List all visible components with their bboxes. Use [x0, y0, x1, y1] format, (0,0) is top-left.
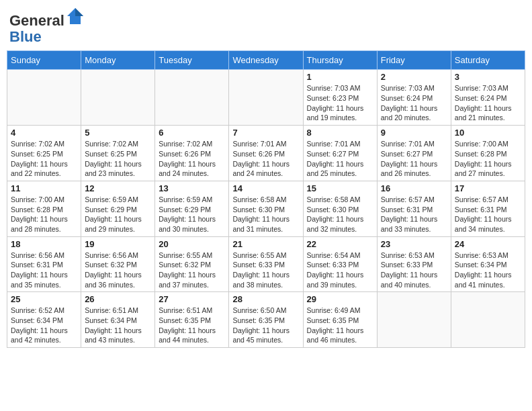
table-row: 20Sunrise: 6:55 AMSunset: 6:32 PMDayligh…: [155, 236, 229, 292]
table-row: [229, 70, 303, 126]
logo-general: General: [9, 12, 64, 29]
table-row: [7, 70, 81, 126]
day-info: Sunrise: 7:02 AMSunset: 6:25 PMDaylight:…: [85, 139, 151, 179]
table-row: 21Sunrise: 6:55 AMSunset: 6:33 PMDayligh…: [229, 236, 303, 292]
dow-friday: Friday: [377, 51, 451, 70]
day-number: 24: [455, 239, 521, 249]
day-number: 22: [307, 239, 373, 249]
table-row: 23Sunrise: 6:53 AMSunset: 6:33 PMDayligh…: [377, 236, 451, 292]
day-number: 26: [85, 294, 151, 304]
table-row: 8Sunrise: 7:01 AMSunset: 6:27 PMDaylight…: [303, 126, 377, 181]
table-row: [377, 292, 451, 348]
day-info: Sunrise: 7:00 AMSunset: 6:28 PMDaylight:…: [11, 195, 77, 234]
table-row: 12Sunrise: 6:59 AMSunset: 6:29 PMDayligh…: [81, 181, 155, 236]
table-row: 29Sunrise: 6:49 AMSunset: 6:35 PMDayligh…: [303, 292, 377, 348]
day-number: 3: [455, 72, 521, 82]
calendar-body: 1Sunrise: 7:03 AMSunset: 6:23 PMDaylight…: [7, 70, 525, 348]
day-number: 8: [307, 128, 373, 138]
dow-monday: Monday: [81, 51, 155, 70]
table-row: 17Sunrise: 6:57 AMSunset: 6:31 PMDayligh…: [451, 181, 525, 236]
page-header: General Blue: [7, 7, 525, 45]
day-info: Sunrise: 7:02 AMSunset: 6:26 PMDaylight:…: [159, 139, 225, 179]
day-number: 17: [455, 183, 521, 193]
day-number: 29: [307, 294, 373, 304]
day-number: 23: [381, 239, 447, 249]
day-info: Sunrise: 6:51 AMSunset: 6:34 PMDaylight:…: [85, 306, 151, 345]
table-row: 10Sunrise: 7:00 AMSunset: 6:28 PMDayligh…: [451, 126, 525, 181]
calendar-week-1: 1Sunrise: 7:03 AMSunset: 6:23 PMDaylight…: [7, 70, 525, 126]
table-row: 14Sunrise: 6:58 AMSunset: 6:30 PMDayligh…: [229, 181, 303, 236]
day-info: Sunrise: 6:59 AMSunset: 6:29 PMDaylight:…: [85, 195, 151, 234]
dow-thursday: Thursday: [303, 51, 377, 70]
table-row: 2Sunrise: 7:03 AMSunset: 6:24 PMDaylight…: [377, 70, 451, 126]
day-number: 18: [11, 239, 77, 249]
table-row: 15Sunrise: 6:58 AMSunset: 6:30 PMDayligh…: [303, 181, 377, 236]
day-info: Sunrise: 6:57 AMSunset: 6:31 PMDaylight:…: [455, 195, 521, 234]
day-number: 4: [11, 128, 77, 138]
day-number: 15: [307, 183, 373, 193]
table-row: 9Sunrise: 7:01 AMSunset: 6:27 PMDaylight…: [377, 126, 451, 181]
day-number: 11: [11, 183, 77, 193]
table-row: 22Sunrise: 6:54 AMSunset: 6:33 PMDayligh…: [303, 236, 377, 292]
table-row: 7Sunrise: 7:01 AMSunset: 6:26 PMDaylight…: [229, 126, 303, 181]
logo: General Blue: [9, 7, 85, 45]
table-row: [155, 70, 229, 126]
table-row: 13Sunrise: 6:59 AMSunset: 6:29 PMDayligh…: [155, 181, 229, 236]
day-info: Sunrise: 6:58 AMSunset: 6:30 PMDaylight:…: [307, 195, 373, 234]
table-row: [81, 70, 155, 126]
dow-tuesday: Tuesday: [155, 51, 229, 70]
day-info: Sunrise: 7:03 AMSunset: 6:24 PMDaylight:…: [455, 83, 521, 123]
table-row: 5Sunrise: 7:02 AMSunset: 6:25 PMDaylight…: [81, 126, 155, 181]
day-info: Sunrise: 6:55 AMSunset: 6:33 PMDaylight:…: [232, 250, 299, 290]
day-info: Sunrise: 6:54 AMSunset: 6:33 PMDaylight:…: [307, 250, 373, 290]
day-number: 25: [11, 294, 77, 304]
table-row: 25Sunrise: 6:52 AMSunset: 6:34 PMDayligh…: [7, 292, 81, 348]
day-number: 14: [232, 183, 299, 193]
day-number: 21: [232, 239, 299, 249]
day-number: 16: [381, 183, 447, 193]
day-number: 12: [85, 183, 151, 193]
calendar-week-2: 4Sunrise: 7:02 AMSunset: 6:25 PMDaylight…: [7, 126, 525, 181]
table-row: 24Sunrise: 6:53 AMSunset: 6:34 PMDayligh…: [451, 236, 525, 292]
logo-icon: [66, 7, 85, 26]
calendar-week-4: 18Sunrise: 6:56 AMSunset: 6:31 PMDayligh…: [7, 236, 525, 292]
dow-sunday: Sunday: [7, 51, 81, 70]
day-number: 28: [232, 294, 299, 304]
day-info: Sunrise: 6:50 AMSunset: 6:35 PMDaylight:…: [232, 306, 299, 345]
svg-marker-1: [75, 8, 83, 16]
day-info: Sunrise: 7:00 AMSunset: 6:28 PMDaylight:…: [455, 139, 521, 179]
day-info: Sunrise: 7:01 AMSunset: 6:26 PMDaylight:…: [232, 139, 299, 179]
day-info: Sunrise: 6:53 AMSunset: 6:33 PMDaylight:…: [381, 250, 447, 290]
day-info: Sunrise: 6:57 AMSunset: 6:31 PMDaylight:…: [381, 195, 447, 234]
table-row: 26Sunrise: 6:51 AMSunset: 6:34 PMDayligh…: [81, 292, 155, 348]
calendar-table: SundayMondayTuesdayWednesdayThursdayFrid…: [7, 50, 525, 348]
day-number: 9: [381, 128, 447, 138]
table-row: 11Sunrise: 7:00 AMSunset: 6:28 PMDayligh…: [7, 181, 81, 236]
day-info: Sunrise: 6:56 AMSunset: 6:31 PMDaylight:…: [11, 250, 77, 290]
table-row: 3Sunrise: 7:03 AMSunset: 6:24 PMDaylight…: [451, 70, 525, 126]
day-number: 1: [307, 72, 373, 82]
day-info: Sunrise: 7:01 AMSunset: 6:27 PMDaylight:…: [307, 139, 373, 179]
day-number: 19: [85, 239, 151, 249]
dow-saturday: Saturday: [451, 51, 525, 70]
day-info: Sunrise: 6:59 AMSunset: 6:29 PMDaylight:…: [159, 195, 225, 234]
logo-blue: Blue: [9, 28, 42, 45]
table-row: 1Sunrise: 7:03 AMSunset: 6:23 PMDaylight…: [303, 70, 377, 126]
day-info: Sunrise: 7:03 AMSunset: 6:24 PMDaylight:…: [381, 83, 447, 123]
day-info: Sunrise: 6:58 AMSunset: 6:30 PMDaylight:…: [232, 195, 299, 234]
day-info: Sunrise: 7:02 AMSunset: 6:25 PMDaylight:…: [11, 139, 77, 179]
table-row: 28Sunrise: 6:50 AMSunset: 6:35 PMDayligh…: [229, 292, 303, 348]
day-info: Sunrise: 6:51 AMSunset: 6:35 PMDaylight:…: [159, 306, 225, 345]
day-number: 5: [85, 128, 151, 138]
day-info: Sunrise: 6:55 AMSunset: 6:32 PMDaylight:…: [159, 250, 225, 290]
day-info: Sunrise: 7:03 AMSunset: 6:23 PMDaylight:…: [307, 83, 373, 123]
table-row: [451, 292, 525, 348]
day-number: 20: [159, 239, 225, 249]
table-row: 19Sunrise: 6:56 AMSunset: 6:32 PMDayligh…: [81, 236, 155, 292]
dow-wednesday: Wednesday: [229, 51, 303, 70]
day-number: 13: [159, 183, 225, 193]
day-of-week-header: SundayMondayTuesdayWednesdayThursdayFrid…: [7, 51, 525, 70]
table-row: 6Sunrise: 7:02 AMSunset: 6:26 PMDaylight…: [155, 126, 229, 181]
day-number: 6: [159, 128, 225, 138]
table-row: 16Sunrise: 6:57 AMSunset: 6:31 PMDayligh…: [377, 181, 451, 236]
